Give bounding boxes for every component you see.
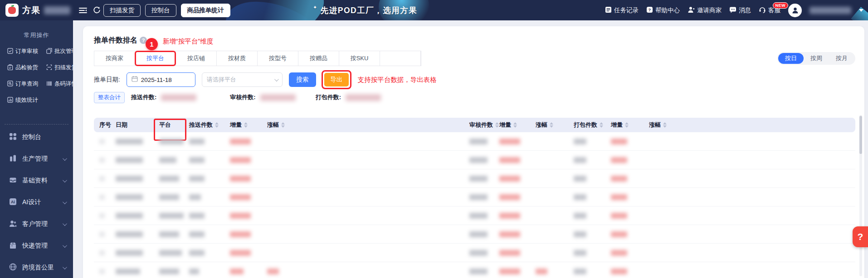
col-growth-1[interactable]: 涨幅 <box>262 121 464 129</box>
redacted-cell <box>159 139 184 144</box>
sort-icon[interactable] <box>244 122 248 128</box>
redacted-cell <box>99 158 105 163</box>
sidebar-item-customers[interactable]: 客户管理 <box>0 213 73 235</box>
summary-push-label: 推送件数: <box>131 93 156 101</box>
nav-push-stats-button[interactable]: 商品推单统计 <box>181 4 230 17</box>
sidebar-item-base-data[interactable]: 基础资料 <box>0 170 73 192</box>
scrollbar-thumb[interactable] <box>859 116 862 154</box>
sidebar: 常用操作 订单审核 批次管理 品检验货 扫描发货 订单查询 条码详情 绩效统计 <box>0 20 73 278</box>
redacted-cell <box>116 139 143 144</box>
export-button[interactable]: 导出 <box>324 73 349 86</box>
clipboard-icon <box>7 64 13 72</box>
menu-invite-merchant[interactable]: 邀请商家 <box>688 6 722 14</box>
floating-help-button[interactable]: ? <box>853 226 868 247</box>
tab-by-material[interactable]: 按材质 <box>217 51 258 66</box>
redacted-cell <box>469 268 488 274</box>
col-increment-1[interactable]: 增量 <box>224 121 262 129</box>
redacted-cell <box>230 250 251 256</box>
redacted-cell <box>574 268 586 274</box>
tab-by-merchant[interactable]: 按商家 <box>94 51 135 66</box>
col-pack-count[interactable]: 打包件数 <box>568 121 605 129</box>
quick-op-quality-check[interactable]: 品检验货 <box>7 64 46 72</box>
sort-icon[interactable] <box>281 122 285 128</box>
topbar: 方果 扫描发货 控制台 商品推单统计 ✦ 先进POD工厂，选用方果 任务记录 ?… <box>0 0 868 20</box>
redacted-cell <box>611 176 627 182</box>
nav-console-button[interactable]: 控制台 <box>145 4 176 17</box>
account-dropdown-caret[interactable] <box>859 9 863 12</box>
quick-op-barcode-detail[interactable]: 条码详情 <box>46 80 77 88</box>
sort-icon[interactable] <box>513 122 517 128</box>
redacted-cell <box>99 213 105 218</box>
col-increment-3[interactable]: 增量 <box>605 121 644 129</box>
redacted-cell <box>116 231 143 237</box>
sort-icon[interactable] <box>625 122 629 128</box>
sidebar-item-express[interactable]: 快递管理 <box>0 235 73 257</box>
sort-icon[interactable] <box>215 122 219 128</box>
vertical-scrollbar[interactable] <box>859 115 862 276</box>
redacted-cell <box>574 139 586 144</box>
avatar[interactable] <box>788 4 802 17</box>
quick-op-order-query[interactable]: 订单查询 <box>7 80 46 88</box>
tab-by-platform[interactable]: 按平台 <box>135 51 176 66</box>
redacted-cell <box>230 139 251 144</box>
period-monthly[interactable]: 按月 <box>829 53 854 64</box>
sidebar-item-ai-design[interactable]: Ai AI设计 <box>0 192 73 213</box>
tab-by-model[interactable]: 按型号 <box>258 51 298 66</box>
search-button[interactable]: 搜索 <box>289 72 316 87</box>
col-growth-2[interactable]: 涨幅 <box>530 121 568 129</box>
summary-total-tag[interactable]: 整表合计 <box>94 92 125 103</box>
redacted-cell <box>574 213 586 219</box>
redacted-cell <box>159 268 179 274</box>
menu-messages[interactable]: 消息 <box>729 6 751 14</box>
redacted-cell <box>536 268 547 274</box>
table-row <box>94 244 855 262</box>
sort-icon[interactable] <box>600 122 603 128</box>
help-icon: ? <box>646 6 653 14</box>
table-row <box>94 169 855 188</box>
table-row <box>94 151 855 169</box>
sidebar-item-cross-border[interactable]: 跨境首公里 <box>0 257 73 278</box>
col-audit-count[interactable]: 审核件数 <box>464 121 494 129</box>
quick-op-performance-stats[interactable]: 绩效统计 <box>7 96 46 104</box>
quick-op-order-audit[interactable]: 订单审核 <box>7 48 46 55</box>
col-date: 日期 <box>110 121 154 129</box>
tab-by-shop[interactable]: 按店铺 <box>176 51 217 66</box>
sort-icon[interactable] <box>663 122 667 128</box>
menu-help-center[interactable]: ? 帮助中心 <box>646 6 680 14</box>
customers-icon <box>9 220 17 229</box>
col-increment-2[interactable]: 增量 <box>494 121 530 129</box>
refresh-icon[interactable] <box>93 6 101 14</box>
menu-task-record[interactable]: 任务记录 <box>605 6 639 14</box>
period-daily[interactable]: 按日 <box>778 53 804 64</box>
redacted-cell <box>499 213 520 219</box>
nav-scan-ship-button[interactable]: 扫描发货 <box>103 4 141 17</box>
chevron-down-icon <box>63 156 67 161</box>
redacted-cell <box>469 157 488 163</box>
dashboard-icon <box>9 133 17 142</box>
menu-customer-service[interactable]: NEW 客服 <box>759 6 780 14</box>
redacted-cell <box>574 194 586 200</box>
col-growth-3[interactable]: 涨幅 <box>644 121 855 129</box>
filter-row: 推单日期: 2025-11-18 请选择平台 搜索 导出 支持按平台数据，导出表… <box>94 72 855 87</box>
quick-op-batch-mgmt[interactable]: 批次管理 <box>46 48 77 55</box>
redacted-cell <box>189 250 205 256</box>
sidebar-item-production[interactable]: 生产管理 <box>0 148 73 170</box>
redacted-cell <box>469 194 488 200</box>
sidebar-item-console[interactable]: 控制台 <box>0 126 73 148</box>
quick-op-scan-ship[interactable]: 扫描发货 <box>46 64 77 72</box>
tab-spacer <box>380 51 421 66</box>
platform-select[interactable]: 请选择平台 <box>202 72 283 87</box>
col-push-count[interactable]: 推送件数 <box>184 121 224 129</box>
tab-by-gift[interactable]: 按赠品 <box>298 51 339 66</box>
summary-pack-value-redacted <box>346 94 381 101</box>
date-input[interactable]: 2025-11-18 <box>127 72 195 87</box>
period-weekly[interactable]: 按周 <box>804 53 829 64</box>
col-seq: 序号 <box>94 121 110 129</box>
collapse-menu-icon[interactable] <box>79 7 87 14</box>
sort-icon[interactable] <box>550 122 553 128</box>
table-row <box>94 206 855 225</box>
sidebar-divider <box>5 124 68 125</box>
redacted-cell <box>230 213 251 219</box>
tab-by-sku[interactable]: 按SKU <box>339 51 380 66</box>
barcode-icon <box>46 81 52 88</box>
